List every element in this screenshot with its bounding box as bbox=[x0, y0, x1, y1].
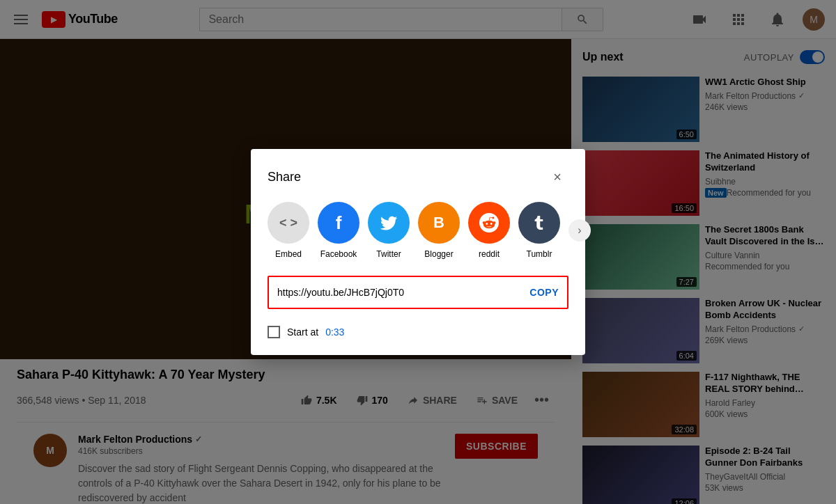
share-icon-label-embed: Embed bbox=[275, 249, 302, 259]
start-at-time[interactable]: 0:33 bbox=[325, 326, 344, 338]
modal-backdrop[interactable]: Share × < >EmbedfFacebookTwitterBBlogger… bbox=[0, 0, 836, 504]
share-icon-btn-tumblr[interactable] bbox=[518, 202, 560, 244]
share-icon-btn-reddit[interactable] bbox=[468, 202, 510, 244]
share-icon-tumblr[interactable]: Tumblr bbox=[518, 202, 560, 259]
share-icon-label-reddit: reddit bbox=[479, 249, 500, 259]
modal-header: Share × bbox=[268, 166, 568, 188]
share-icon-btn-blogger[interactable]: B bbox=[418, 202, 460, 244]
share-modal: Share × < >EmbedfFacebookTwitterBBlogger… bbox=[251, 149, 585, 355]
start-at-label: Start at bbox=[287, 326, 318, 338]
share-icon-label-twitter: Twitter bbox=[376, 249, 401, 259]
share-icon-twitter[interactable]: Twitter bbox=[368, 202, 410, 259]
share-icon-label-facebook: Facebook bbox=[320, 249, 357, 259]
url-box: https://youtu.be/JHcB7jQj0T0 COPY bbox=[268, 276, 568, 309]
share-icon-label-tumblr: Tumblr bbox=[527, 249, 552, 259]
share-icon-btn-facebook[interactable]: f bbox=[318, 202, 359, 244]
share-icon-embed[interactable]: < >Embed bbox=[268, 202, 309, 259]
share-icon-btn-twitter[interactable] bbox=[368, 202, 410, 244]
share-icon-label-blogger: Blogger bbox=[424, 249, 453, 259]
share-icon-btn-embed[interactable]: < > bbox=[268, 202, 309, 244]
close-modal-button[interactable]: × bbox=[546, 166, 568, 188]
modal-title: Share bbox=[268, 170, 301, 184]
start-at-checkbox[interactable] bbox=[268, 326, 280, 338]
start-at-row: Start at 0:33 bbox=[268, 320, 568, 338]
copy-button[interactable]: COPY bbox=[529, 287, 559, 298]
share-scroll-right-button[interactable]: › bbox=[568, 219, 591, 242]
share-icons: < >EmbedfFacebookTwitterBBloggerredditTu… bbox=[268, 202, 568, 259]
share-url: https://youtu.be/JHcB7jQj0T0 bbox=[277, 287, 529, 298]
share-icon-blogger[interactable]: BBlogger bbox=[418, 202, 460, 259]
share-icon-reddit[interactable]: reddit bbox=[468, 202, 510, 259]
share-icon-facebook[interactable]: fFacebook bbox=[318, 202, 359, 259]
